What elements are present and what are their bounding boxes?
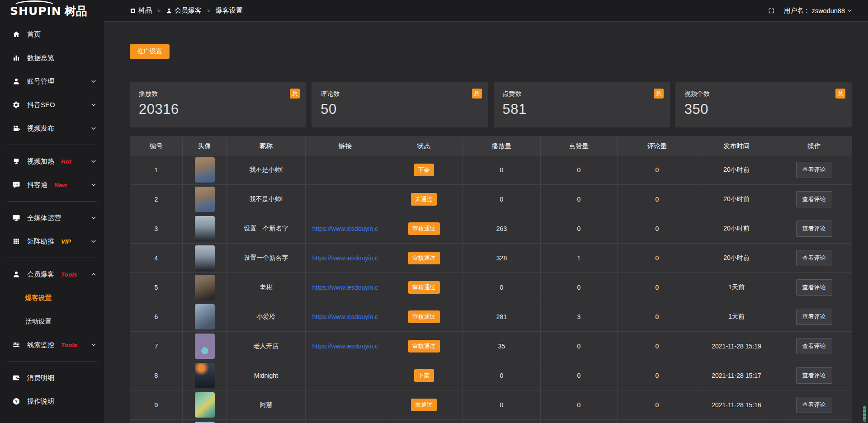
cell-likes: 0 — [541, 273, 618, 302]
cell-nickname: 设置一个新名字 — [227, 244, 306, 273]
video-link[interactable]: https://www.iesdouyin.c — [312, 313, 378, 320]
sidebar-item-12[interactable]: ?操作说明 — [0, 390, 104, 413]
sidebar-item-6[interactable]: 抖客通New — [0, 173, 104, 197]
stat-card-1: 评论数总50 — [311, 82, 488, 127]
chevron-down-icon — [90, 125, 97, 132]
avatar — [195, 245, 215, 271]
status-badge[interactable]: 未通过 — [411, 193, 437, 206]
sidebar-item-8[interactable]: 矩阵助推VIP — [0, 230, 104, 253]
avatar — [195, 363, 215, 388]
cell-nickname: 我不是小帅! — [227, 155, 306, 185]
brand-logo[interactable]: SHUPIN 树品 — [0, 0, 104, 22]
avatar — [195, 157, 215, 183]
sidebar-item-9[interactable]: 会员爆客Tools — [0, 263, 104, 286]
cell-comments: 0 — [618, 302, 697, 332]
video-link[interactable]: https://www.iesdouyin.c — [312, 225, 378, 232]
app-window: SHUPIN 树品 首页数据总览账号管理抖音SEO视频发布视频加热Hot抖客通N… — [0, 0, 868, 423]
videos-table: 编号头像昵称链接状态播放量点赞量评论量发布时间操作 1我不是小帅!下架00020… — [130, 136, 852, 423]
video-link[interactable]: https://www.iesdouyin.c — [312, 284, 378, 291]
sidebar-item-label: 线索监控 — [27, 341, 54, 349]
sidebar-item-label: 会员爆客 — [27, 270, 54, 279]
sidebar-item-5[interactable]: 视频加热Hot — [0, 150, 104, 173]
breadcrumb-item-member[interactable]: 会员爆客 — [166, 6, 202, 15]
sidebar-subitem-9-0[interactable]: 爆客设置 — [0, 286, 104, 310]
scrollbar-thumb[interactable] — [863, 406, 866, 422]
cell-action: 查看评论 — [776, 332, 852, 361]
breadcrumb-label: 爆客设置 — [216, 6, 243, 15]
status-badge[interactable]: 审核通过 — [408, 281, 440, 294]
status-badge[interactable]: 未通过 — [411, 399, 437, 411]
status-badge[interactable]: 审核通过 — [408, 252, 440, 264]
avatar — [195, 304, 215, 329]
status-badge[interactable]: 下架 — [414, 369, 434, 382]
user-icon — [12, 77, 20, 85]
breadcrumb: 树品 > 会员爆客 > 爆客设置 — [130, 6, 243, 15]
view-comments-button[interactable]: 查看评论 — [796, 367, 832, 384]
grid-icon — [12, 237, 20, 245]
cell-time: 2021-11-28 15:19 — [697, 332, 776, 361]
video-link[interactable]: https://www.iesdouyin.c — [312, 254, 378, 262]
sidebar-item-3[interactable]: 抖音SEO — [0, 93, 104, 117]
sidebar-item-1[interactable]: 数据总览 — [0, 46, 104, 70]
sidebar-item-label: 视频加热 — [27, 157, 54, 166]
sidebar-subitem-9-1[interactable]: 活动设置 — [0, 310, 104, 333]
sidebar-item-tag: Hot — [61, 158, 71, 165]
sidebar-item-label: 抖音SEO — [27, 101, 55, 109]
cell-comments: 0 — [618, 155, 697, 185]
cell-time: 20小时前 — [697, 155, 776, 185]
avatar — [195, 275, 215, 300]
cell-time: 20小时前 — [697, 185, 776, 214]
cell-action: 查看评论 — [776, 244, 852, 273]
status-badge[interactable]: 审核通过 — [408, 310, 440, 323]
column-header-4: 状态 — [385, 137, 463, 155]
view-comments-button[interactable]: 查看评论 — [796, 221, 832, 237]
cell-comments: 0 — [618, 361, 697, 390]
sidebar-item-7[interactable]: 全媒体运营 — [0, 206, 104, 230]
sidebar-item-2[interactable]: 账号管理 — [0, 70, 104, 93]
cell-status: 未通过 — [385, 390, 463, 420]
cell-status: 审核通过 — [385, 273, 463, 302]
dashboard-icon — [130, 8, 136, 14]
cell-plays: 0 — [463, 361, 541, 390]
status-badge[interactable]: 审核通过 — [408, 340, 440, 352]
avatar — [195, 216, 215, 241]
sidebar-item-label: 数据总览 — [27, 54, 54, 62]
cell-comments: 0 — [618, 244, 697, 273]
view-comments-button[interactable]: 查看评论 — [796, 309, 832, 325]
cell-comments: 0 — [618, 390, 697, 420]
fullscreen-icon[interactable] — [768, 7, 775, 14]
avatar — [195, 334, 215, 359]
cell-time: 1天前 — [697, 302, 776, 332]
view-comments-button[interactable]: 查看评论 — [796, 279, 832, 296]
promo-settings-button[interactable]: 推广设置 — [130, 44, 170, 59]
cell-plays: 328 — [463, 244, 541, 273]
sidebar-item-11[interactable]: 消费明细 — [0, 366, 104, 390]
cell-action: 查看评论 — [776, 214, 852, 244]
video-link[interactable]: https://www.iesdouyin.c — [312, 343, 378, 350]
view-comments-button[interactable]: 查看评论 — [796, 250, 832, 266]
cell-status: 未通过 — [385, 185, 463, 214]
chevron-down-icon — [90, 215, 97, 221]
view-comments-button[interactable]: 查看评论 — [796, 191, 832, 207]
status-badge[interactable]: 下架 — [414, 164, 434, 176]
cell-time: 1天前 — [697, 273, 776, 302]
view-comments-button[interactable]: 查看评论 — [796, 338, 832, 354]
sidebar-divider — [7, 258, 97, 258]
cell-id: 1 — [130, 155, 183, 185]
breadcrumb-item-home[interactable]: 树品 — [130, 6, 152, 15]
cell-time: 20小时前 — [697, 214, 776, 244]
sidebar-item-4[interactable]: 视频发布 — [0, 117, 104, 140]
user-menu[interactable]: 用户名： zswodun88 — [784, 6, 853, 15]
avatar — [195, 392, 215, 418]
sidebar-item-0[interactable]: 首页 — [0, 23, 104, 46]
status-badge[interactable]: 审核通过 — [408, 222, 440, 235]
cell-link: https://www.iesdouyin.c — [306, 273, 385, 302]
sidebar-item-10[interactable]: 线索监控Tools — [0, 333, 104, 357]
cell-action: 查看评论 — [776, 273, 852, 302]
table-row: 6小爱玲https://www.iesdouyin.c审核通过281301天前查… — [130, 302, 852, 332]
view-comments-button[interactable]: 查看评论 — [796, 162, 832, 178]
topbar: 树品 > 会员爆客 > 爆客设置 用户名： zswodun88 — [104, 0, 868, 22]
heat-display-icon — [12, 157, 20, 165]
view-comments-button[interactable]: 查看评论 — [796, 397, 832, 413]
sidebar-item-label: 抖客通 — [27, 181, 47, 189]
